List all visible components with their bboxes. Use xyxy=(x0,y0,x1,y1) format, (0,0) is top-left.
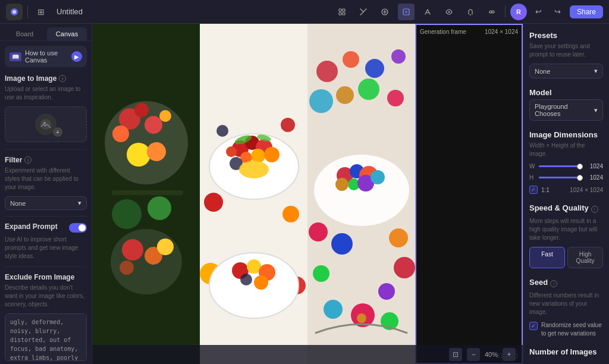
image-dimensions-title: Image Dimensions xyxy=(529,130,603,139)
app-logo[interactable] xyxy=(6,4,23,20)
generation-frame-label: Generation frame xyxy=(420,29,466,35)
presets-value: None xyxy=(535,68,550,75)
presets-section: Presets Save your settings and prompt to… xyxy=(529,31,603,79)
image-to-image-label: Image to Image xyxy=(5,74,56,83)
seed-section: Seed i Different numbers result in new v… xyxy=(529,278,603,338)
expand-prompt-toggle[interactable] xyxy=(69,223,87,233)
tool-1-icon[interactable] xyxy=(334,4,350,20)
divider-1 xyxy=(5,149,87,150)
image-dimensions-desc: Width × Height of the image. xyxy=(529,142,603,158)
presets-select[interactable]: None ▾ xyxy=(529,64,603,79)
speed-quality-info-icon: i xyxy=(591,206,598,213)
presets-chevron-icon: ▾ xyxy=(594,67,598,75)
svg-point-76 xyxy=(389,228,408,247)
image-upload-area[interactable]: + xyxy=(5,106,87,142)
canvas-image-1 xyxy=(92,24,200,364)
svg-point-21 xyxy=(127,143,150,167)
main-layout: Board Canvas 📖 How to use Canvas ▶ Image… xyxy=(0,24,609,364)
filter-select[interactable]: None ▾ xyxy=(5,196,87,210)
seed-info-icon: i xyxy=(550,280,557,287)
speed-quality-buttons: Fast High High Quality Quality xyxy=(529,247,603,268)
share-button[interactable]: Share xyxy=(570,5,603,18)
zoom-in-button[interactable]: + xyxy=(503,348,516,361)
randomize-checkbox[interactable]: ✓ xyxy=(529,322,538,330)
svg-point-22 xyxy=(147,142,166,161)
svg-point-47 xyxy=(281,118,295,132)
height-label: H xyxy=(529,174,535,181)
grid-icon[interactable]: ⊞ xyxy=(33,4,49,20)
expand-prompt-desc: Use AI to improve short prompts and get … xyxy=(5,236,87,261)
model-title: Model xyxy=(529,88,603,97)
randomize-label: Randomize seed value to get new variatio… xyxy=(541,321,603,338)
svg-point-39 xyxy=(264,147,280,162)
number-of-images-section: Number of Images xyxy=(529,347,603,356)
exclude-textarea[interactable]: ugly, deformed, noisy, blurry, distorted… xyxy=(5,313,87,361)
width-thumb xyxy=(577,164,583,170)
zoom-fit-button[interactable]: ⊡ xyxy=(449,348,462,361)
play-icon: ▶ xyxy=(71,51,82,62)
svg-point-46 xyxy=(216,125,228,137)
svg-point-17 xyxy=(145,116,162,134)
tool-3-icon[interactable] xyxy=(376,4,393,20)
canvas-image-4: Generation frame 1024 × 1024 31 / 100 xyxy=(415,24,523,364)
avatar[interactable]: R xyxy=(510,4,527,20)
how-to-button[interactable]: 📖 How to use Canvas ▶ xyxy=(5,46,87,67)
svg-point-64 xyxy=(387,90,404,106)
presets-title: Presets xyxy=(529,31,603,40)
zoom-level: 40% xyxy=(485,351,498,358)
speed-quality-section: Speed & Quality i More steps will result… xyxy=(529,203,603,268)
height-value: 1024 xyxy=(586,174,603,181)
zoom-out-button[interactable]: − xyxy=(467,348,480,361)
check-icon: ✓ xyxy=(531,187,536,193)
height-slider[interactable] xyxy=(539,177,583,178)
svg-point-24 xyxy=(112,199,142,229)
left-sidebar: Board Canvas 📖 How to use Canvas ▶ Image… xyxy=(0,24,92,364)
add-icon: + xyxy=(53,127,62,137)
svg-point-55 xyxy=(254,275,268,290)
filter-header: Filter i xyxy=(5,156,87,164)
svg-rect-4 xyxy=(339,12,341,15)
width-slider[interactable] xyxy=(539,165,583,167)
redo-button[interactable]: ↪ xyxy=(551,5,565,19)
filter-desc: Experiment with different styles that ca… xyxy=(5,167,87,192)
randomize-row: ✓ Randomize seed value to get new variat… xyxy=(529,321,603,338)
height-fill xyxy=(539,177,583,178)
height-slider-row: H 1024 xyxy=(529,174,603,181)
tool-4-icon[interactable] xyxy=(398,4,415,20)
topbar: ⊞ Untitled R ↩ ↪ Share xyxy=(0,0,609,24)
width-slider-row: W 1024 xyxy=(529,163,603,170)
tool-5-icon[interactable] xyxy=(419,4,436,20)
tab-board[interactable]: Board xyxy=(5,27,45,40)
svg-point-18 xyxy=(134,103,149,117)
info-icon: i xyxy=(59,75,66,82)
tool-8-icon[interactable] xyxy=(484,4,500,20)
model-select[interactable]: Playground Chooses ▾ xyxy=(529,99,603,121)
canvas-bottom-bar: ⊡ − 40% + xyxy=(92,345,523,364)
high-quality-button[interactable]: High High Quality Quality xyxy=(567,247,603,268)
svg-point-45 xyxy=(282,206,299,222)
tab-canvas[interactable]: Canvas xyxy=(47,27,87,40)
svg-point-12 xyxy=(40,119,51,130)
image-to-image-desc: Upload or select an image to use as insp… xyxy=(5,85,87,102)
undo-button[interactable]: ↩ xyxy=(532,5,546,19)
tool-6-icon[interactable] xyxy=(441,4,457,20)
svg-point-27 xyxy=(122,239,143,261)
tool-2-icon[interactable] xyxy=(355,4,372,20)
width-fill xyxy=(539,165,583,167)
fast-button[interactable]: Fast xyxy=(529,247,565,268)
aspect-ratio-row: ✓ 1:1 1024 × 1024 xyxy=(529,186,603,194)
svg-point-71 xyxy=(371,170,385,184)
tool-7-icon[interactable] xyxy=(462,4,479,20)
canvas-area[interactable]: Generation frame 1024 × 1024 31 / 100 ⊡ … xyxy=(92,24,523,364)
canvas-image-3 xyxy=(307,24,415,364)
model-chevron-icon: ▾ xyxy=(594,106,598,114)
svg-point-75 xyxy=(313,265,329,282)
svg-point-9 xyxy=(470,14,471,15)
aspect-ratio-checkbox[interactable]: ✓ xyxy=(529,186,538,194)
svg-point-72 xyxy=(335,178,349,191)
svg-point-8 xyxy=(448,11,450,12)
svg-point-19 xyxy=(112,125,129,142)
svg-point-57 xyxy=(316,61,338,82)
how-to-label: How to use Canvas xyxy=(25,49,68,64)
topbar-divider-2 xyxy=(505,6,506,18)
